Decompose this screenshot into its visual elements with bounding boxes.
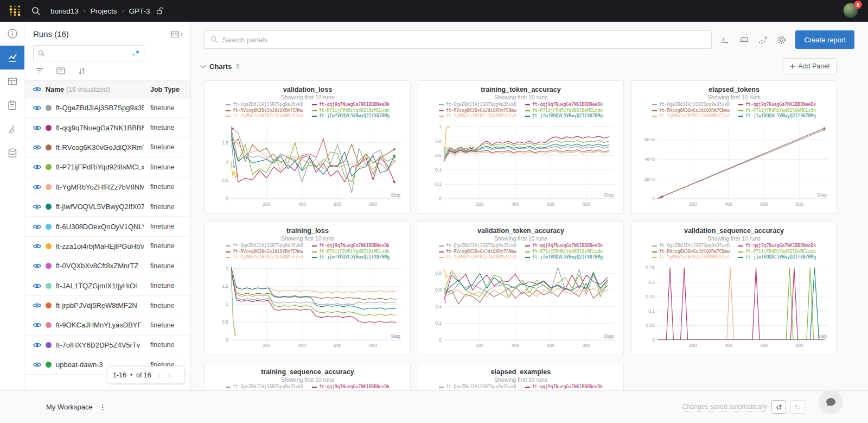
filter-icon[interactable]	[35, 67, 43, 74]
run-row[interactable]: ft-zza1oi4rbjMaHEjlPGuHbVfinetune	[24, 237, 190, 256]
run-name[interactable]: ft-qqj9q7NuegGa7NK1BBBNeeDk	[56, 124, 144, 132]
redo-button[interactable]: ↻	[790, 400, 805, 414]
expand-runs-table-button[interactable]: ›	[171, 30, 183, 38]
svg-text:2: 2	[226, 266, 228, 271]
column-header-name[interactable]: Name	[46, 86, 64, 93]
runs-search-input[interactable]	[48, 49, 129, 57]
chat-bubble-button[interactable]	[819, 390, 843, 414]
chart-plot[interactable]: 00.20.40.60.81200400600800Step	[425, 121, 618, 211]
chart-panel[interactable]: validation_token_accuracyShowing first 1…	[418, 222, 624, 355]
group-icon[interactable]	[56, 67, 65, 74]
panel-search-input[interactable]	[222, 36, 706, 44]
eye-visibility-toggle[interactable]	[33, 125, 41, 131]
run-row[interactable]: ft-0VQXbXv8Cft8xZMnrTZfinetune	[24, 256, 190, 276]
rail-panels-button[interactable]	[0, 70, 24, 93]
runs-search-box[interactable]: .*	[33, 45, 144, 61]
user-avatar[interactable]: 8	[843, 3, 859, 19]
rail-sweeps-button[interactable]	[0, 117, 24, 141]
panel-search-box[interactable]	[205, 30, 712, 49]
add-panel-button[interactable]: Add Panel	[783, 58, 837, 74]
run-name[interactable]: ft-0VQXbXv8Cft8xZMnrTZ	[56, 262, 144, 270]
legend-entry: ft-QgeZBdJIAj3SB7Spg9a35vkD	[226, 102, 303, 108]
eye-visibility-toggle[interactable]	[33, 204, 41, 210]
chart-panel[interactable]: training_token_accuracyShowing first 10 …	[418, 80, 624, 214]
legend-dash	[525, 387, 530, 388]
rail-logs-button[interactable]	[0, 93, 24, 117]
eye-visibility-toggle[interactable]	[33, 224, 41, 230]
eye-visibility-toggle[interactable]	[33, 263, 41, 269]
rail-overview-button[interactable]	[0, 22, 24, 46]
chart-panel[interactable]: training_lossShowing first 10 runsft-Qge…	[205, 222, 411, 355]
eye-visibility-toggle[interactable]	[33, 283, 41, 289]
create-report-button[interactable]: Create report	[795, 30, 854, 49]
run-name[interactable]: ft-JAL1TQZGjmIX1tjyHiOI	[56, 282, 144, 290]
chart-plot[interactable]: 00.20.40.60.8200400600800Step	[425, 262, 618, 352]
run-name[interactable]: ft-YgMRbYoZHfRZz7bV8NMzFZvA	[56, 183, 144, 191]
chart-plot[interactable]: 00.511.52200400600800Step	[212, 262, 405, 352]
eye-visibility-toggle[interactable]	[33, 243, 41, 249]
chart-plot[interactable]: 02e+64e+66e+6200400600800Step	[638, 121, 831, 211]
eye-visibility-toggle[interactable]	[33, 322, 41, 328]
notification-badge[interactable]: 8	[854, 1, 862, 9]
chart-panel[interactable]: training_sequence_accuracyShowing first …	[205, 363, 411, 390]
chart-panel[interactable]: validation_sequence_accuracyShowing firs…	[631, 222, 837, 355]
run-name[interactable]: ft-6U308DOexQnOyV1QNLY4z2W	[56, 223, 144, 231]
eye-visibility-toggle[interactable]	[33, 164, 41, 170]
gear-icon[interactable]	[776, 35, 787, 45]
rail-artifacts-button[interactable]	[0, 141, 24, 165]
run-row[interactable]: ft-QgeZBdJIAj3SB7Spg9a35vkDfinetune	[24, 98, 190, 118]
undo-button[interactable]: ↺	[771, 400, 786, 414]
run-name[interactable]: ft-zza1oi4rbjMaHEjlPGuHbV	[56, 242, 144, 250]
page-range-dropdown[interactable]: 1-16	[113, 371, 126, 379]
run-name[interactable]: ft-RVcog6K30vGoJdiQXRm7CNmw	[56, 143, 144, 151]
run-row[interactable]: ft-P71ijFPdRiYqd92l8sMCLxdnfinetune	[24, 157, 190, 177]
breadcrumb-projects[interactable]: Projects	[91, 7, 117, 15]
run-row[interactable]: ft-JAL1TQZGjmIX1tjyHiOIfinetune	[24, 276, 190, 296]
chevron-down-icon[interactable]	[200, 65, 206, 68]
run-row[interactable]: ft-YgMRbYoZHfRZz7bV8NMzFZvAfinetune	[24, 178, 190, 197]
chart-plot[interactable]: 00.050.10.150.20.25200400600800Step	[638, 262, 831, 352]
workspace-menu-icon[interactable]: ⋮	[99, 403, 107, 411]
run-row[interactable]: ft-RVcog6K30vGoJdiQXRm7CNmwfinetune	[24, 138, 190, 157]
smoothing-icon[interactable]	[739, 35, 749, 44]
eye-visibility-toggle[interactable]	[33, 184, 41, 190]
sort-icon[interactable]	[78, 67, 85, 75]
run-name[interactable]: ft-QgeZBdJIAj3SB7Spg9a35vkD	[56, 104, 144, 112]
chart-panel[interactable]: elapsed_tokensShowing first 10 runsft-Qg…	[631, 80, 837, 214]
run-row[interactable]: ft-qqj9q7NuegGa7NK1BBBNeeDkfinetune	[24, 118, 190, 137]
outliers-icon[interactable]	[758, 35, 768, 45]
rail-charts-button[interactable]	[0, 46, 24, 70]
chart-plot[interactable]: 00.511.5200400600800Step	[212, 121, 405, 211]
next-page-button[interactable]: ›	[168, 371, 170, 380]
run-row[interactable]: ft-jrpbPJVdj5ReW8tMF2Nfinetune	[24, 296, 190, 315]
eye-visibility-toggle[interactable]	[33, 144, 41, 150]
wandb-logo[interactable]	[9, 5, 22, 17]
chart-panel[interactable]: elapsed_examplesShowing first 10 runsft-…	[418, 363, 624, 390]
eye-visibility-toggle[interactable]	[33, 362, 41, 368]
breadcrumb-project[interactable]: GPT-3	[129, 7, 150, 15]
eye-icon[interactable]	[33, 86, 41, 92]
run-name[interactable]: ft-jIwfVOQVL5VBwyQ2IfX07BMg	[56, 203, 144, 211]
charts-section-label[interactable]: Charts	[209, 62, 232, 71]
legend-entry: ft-QgeZBdJIAj3SB7Spg9a35vkD	[439, 384, 516, 390]
run-row[interactable]: ft-7ofHXY6D2DP5Z4V5rTvfinetune	[24, 336, 190, 355]
run-name[interactable]: ft-P71ijFPdRiYqd92l8sMCLxdn	[56, 163, 144, 171]
prev-page-button[interactable]: ‹	[158, 371, 161, 380]
breadcrumb-user[interactable]: borisd13	[50, 7, 79, 15]
eye-visibility-toggle[interactable]	[33, 302, 41, 308]
column-header-job-type[interactable]: Job Type	[150, 86, 180, 93]
eye-visibility-toggle[interactable]	[33, 342, 41, 348]
run-name[interactable]: ft-jrpbPJVdj5ReW8tMF2N	[56, 301, 144, 310]
run-name[interactable]: ft-7ofHXY6D2DP5Z4V5rTv	[56, 341, 144, 349]
search-icon[interactable]	[31, 7, 41, 16]
workspace-selector[interactable]: My Workspace	[46, 403, 93, 411]
run-row[interactable]: ft-jIwfVOQVL5VBwyQ2IfX07BMgfinetune	[24, 197, 190, 217]
run-name[interactable]: ft-9OKCaJHMnYLyasDBYF	[56, 321, 144, 329]
run-row[interactable]: ft-9OKCaJHMnYLyasDBYFfinetune	[24, 315, 190, 335]
legend-dash	[652, 104, 657, 105]
x-axis-settings-icon[interactable]: x	[720, 35, 730, 45]
run-row[interactable]: ft-6U308DOexQnOyV1QNLY4z2Wfinetune	[24, 217, 190, 236]
regex-toggle[interactable]: .*	[132, 49, 139, 57]
eye-visibility-toggle[interactable]	[33, 105, 41, 111]
chart-panel[interactable]: validation_lossShowing first 10 runsft-Q…	[205, 80, 411, 214]
